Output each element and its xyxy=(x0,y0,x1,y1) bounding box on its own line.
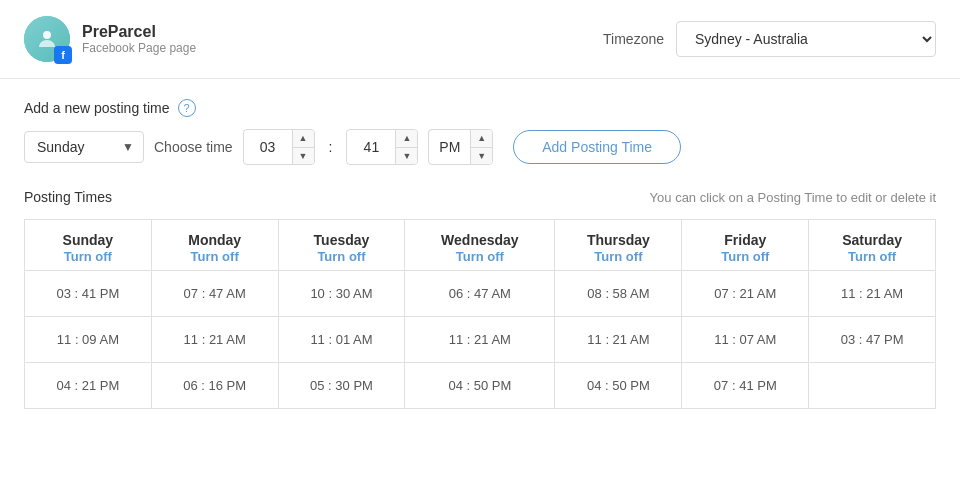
time-entry[interactable]: 04 : 50 PM xyxy=(413,373,546,398)
timezone-label: Timezone xyxy=(603,31,664,47)
turn-off-link[interactable]: Turn off xyxy=(64,249,112,264)
minute-down-button[interactable]: ▼ xyxy=(396,148,417,165)
hour-input[interactable] xyxy=(244,132,292,162)
time-entry[interactable]: 11 : 01 AM xyxy=(287,327,397,352)
day-name: Friday xyxy=(690,232,800,248)
day-header-friday: Friday Turn off xyxy=(682,220,809,271)
time-cell: 06 : 16 PM xyxy=(151,363,278,409)
day-header-saturday: Saturday Turn off xyxy=(809,220,936,271)
ampm-up-button[interactable]: ▲ xyxy=(471,130,492,148)
time-entry[interactable]: 11 : 09 AM xyxy=(33,327,143,352)
brand-section: f PreParcel Facebook Page page xyxy=(24,16,196,62)
turn-off-link[interactable]: Turn off xyxy=(848,249,896,264)
time-cell: 04 : 50 PM xyxy=(405,363,555,409)
ampm-down-button[interactable]: ▼ xyxy=(471,148,492,165)
turn-off-link[interactable]: Turn off xyxy=(191,249,239,264)
day-name: Monday xyxy=(160,232,270,248)
hour-spinner: ▲ ▼ xyxy=(243,129,315,165)
time-cell: 04 : 21 PM xyxy=(25,363,152,409)
page-name: Facebook Page page xyxy=(82,41,196,55)
time-cell xyxy=(809,363,936,409)
hour-down-button[interactable]: ▼ xyxy=(293,148,314,165)
time-cell: 11 : 21 AM xyxy=(555,317,682,363)
time-cell: 07 : 41 PM xyxy=(682,363,809,409)
time-entry[interactable]: 06 : 47 AM xyxy=(413,281,546,306)
time-cell: 03 : 41 PM xyxy=(25,271,152,317)
time-cell: 04 : 50 PM xyxy=(555,363,682,409)
time-entry[interactable]: 10 : 30 AM xyxy=(287,281,397,306)
time-cell: 05 : 30 PM xyxy=(278,363,405,409)
day-name: Tuesday xyxy=(287,232,397,248)
minute-spinner: ▲ ▼ xyxy=(346,129,418,165)
turn-off-link[interactable]: Turn off xyxy=(456,249,504,264)
time-cell: 10 : 30 AM xyxy=(278,271,405,317)
ampm-spinner-arrows: ▲ ▼ xyxy=(470,130,492,164)
help-icon[interactable]: ? xyxy=(178,99,196,117)
time-cell: 11 : 07 AM xyxy=(682,317,809,363)
time-colon: : xyxy=(325,139,337,155)
timezone-section: Timezone Sydney - Australia xyxy=(603,21,936,57)
day-header-tuesday: Tuesday Turn off xyxy=(278,220,405,271)
day-header-wednesday: Wednesday Turn off xyxy=(405,220,555,271)
add-posting-label: Add a new posting time ? xyxy=(24,99,936,117)
time-entry[interactable]: 03 : 41 PM xyxy=(33,281,143,306)
time-entry[interactable]: 11 : 21 AM xyxy=(413,327,546,352)
time-cell: 07 : 47 AM xyxy=(151,271,278,317)
ampm-value: PM xyxy=(429,132,470,162)
time-entry[interactable]: 11 : 21 AM xyxy=(817,281,927,306)
posting-times-section: Posting Times You can click on a Posting… xyxy=(0,175,960,429)
posting-times-hint: You can click on a Posting Time to edit … xyxy=(650,190,936,205)
time-cell: 11 : 09 AM xyxy=(25,317,152,363)
day-name: Sunday xyxy=(33,232,143,248)
time-entry[interactable]: 04 : 21 PM xyxy=(33,373,143,398)
time-entry[interactable]: 11 : 07 AM xyxy=(690,327,800,352)
day-select[interactable]: Sunday Monday Tuesday Wednesday Thursday… xyxy=(24,131,144,163)
day-select-wrapper: Sunday Monday Tuesday Wednesday Thursday… xyxy=(24,131,144,163)
time-entry[interactable]: 04 : 50 PM xyxy=(563,373,673,398)
add-posting-text: Add a new posting time xyxy=(24,100,170,116)
day-name: Thursday xyxy=(563,232,673,248)
day-name: Saturday xyxy=(817,232,927,248)
time-entry[interactable]: 11 : 21 AM xyxy=(160,327,270,352)
minute-up-button[interactable]: ▲ xyxy=(396,130,417,148)
minute-spinner-arrows: ▲ ▼ xyxy=(395,130,417,164)
day-header-sunday: Sunday Turn off xyxy=(25,220,152,271)
ampm-spinner: PM ▲ ▼ xyxy=(428,129,493,165)
time-entry[interactable]: 07 : 21 AM xyxy=(690,281,800,306)
choose-time-label: Choose time xyxy=(154,139,233,155)
add-posting-time-button[interactable]: Add Posting Time xyxy=(513,130,681,164)
time-entry[interactable]: 03 : 47 PM xyxy=(817,327,927,352)
posting-times-table: Sunday Turn off Monday Turn off Tuesday … xyxy=(24,219,936,409)
header: f PreParcel Facebook Page page Timezone … xyxy=(0,0,960,79)
turn-off-link[interactable]: Turn off xyxy=(594,249,642,264)
turn-off-link[interactable]: Turn off xyxy=(721,249,769,264)
posting-header: Posting Times You can click on a Posting… xyxy=(24,189,936,205)
table-row: 04 : 21 PM06 : 16 PM05 : 30 PM04 : 50 PM… xyxy=(25,363,936,409)
table-row: 03 : 41 PM07 : 47 AM10 : 30 AM06 : 47 AM… xyxy=(25,271,936,317)
time-entry[interactable]: 05 : 30 PM xyxy=(287,373,397,398)
turn-off-link[interactable]: Turn off xyxy=(317,249,365,264)
time-entry[interactable]: 06 : 16 PM xyxy=(160,373,270,398)
avatar: f xyxy=(24,16,70,62)
timezone-select[interactable]: Sydney - Australia xyxy=(676,21,936,57)
time-entry[interactable]: 08 : 58 AM xyxy=(563,281,673,306)
time-cell: 07 : 21 AM xyxy=(682,271,809,317)
hour-spinner-arrows: ▲ ▼ xyxy=(292,130,314,164)
time-entry[interactable]: 07 : 47 AM xyxy=(160,281,270,306)
time-cell: 03 : 47 PM xyxy=(809,317,936,363)
time-cell: 08 : 58 AM xyxy=(555,271,682,317)
minute-input[interactable] xyxy=(347,132,395,162)
time-cell: 11 : 21 AM xyxy=(405,317,555,363)
app-name: PreParcel xyxy=(82,23,196,41)
svg-point-0 xyxy=(43,31,51,39)
time-cell: 06 : 47 AM xyxy=(405,271,555,317)
facebook-badge: f xyxy=(54,46,72,64)
time-entry[interactable]: 11 : 21 AM xyxy=(563,327,673,352)
time-cell: 11 : 21 AM xyxy=(151,317,278,363)
time-entry[interactable]: 07 : 41 PM xyxy=(690,373,800,398)
hour-up-button[interactable]: ▲ xyxy=(293,130,314,148)
day-header-thursday: Thursday Turn off xyxy=(555,220,682,271)
table-row: 11 : 09 AM11 : 21 AM11 : 01 AM11 : 21 AM… xyxy=(25,317,936,363)
controls-row: Sunday Monday Tuesday Wednesday Thursday… xyxy=(24,129,936,165)
time-cell: 11 : 01 AM xyxy=(278,317,405,363)
